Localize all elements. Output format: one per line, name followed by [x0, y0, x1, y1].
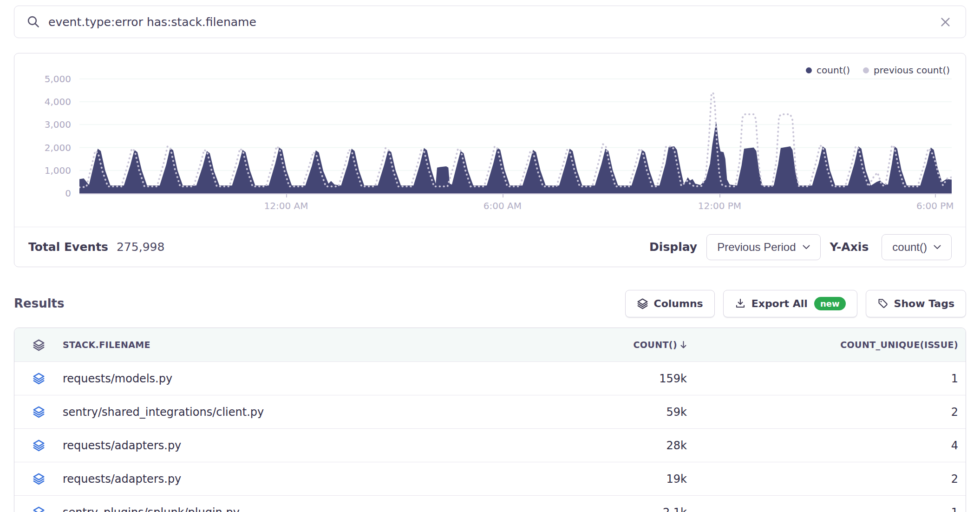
cell-stack-filename[interactable]: requests/models.py — [63, 372, 534, 385]
chart-controls: Display Previous Period Y-Axis count() — [649, 234, 952, 260]
display-dropdown[interactable]: Previous Period — [706, 234, 820, 260]
events-area-chart — [79, 72, 952, 193]
column-header-count-unique-issue[interactable]: COUNT_UNIQUE(ISSUE) — [687, 340, 966, 350]
y-axis-tick-label: 2,000 — [14, 142, 71, 154]
chart-footer: Total Events 275,998 Display Previous Pe… — [14, 227, 966, 267]
cell-stack-filename[interactable]: requests/adapters.py — [63, 473, 534, 486]
total-events: Total Events 275,998 — [28, 240, 164, 254]
new-badge: new — [814, 297, 846, 310]
row-icon-cell — [14, 439, 63, 452]
x-axis-tick-label: 6:00 AM — [483, 200, 522, 211]
cell-count-unique: 2 — [687, 473, 966, 486]
cell-count: 159k — [534, 372, 687, 385]
table-row[interactable]: sentry_plugins/splunk/plugin.py 2.1k 1 — [14, 495, 966, 512]
x-axis-tick-label: 12:00 AM — [264, 200, 308, 211]
x-axis-tick — [935, 194, 936, 197]
table-row[interactable]: requests/adapters.py 19k 2 — [14, 462, 966, 495]
discover-page: count() previous count() 01,0002,0003,00… — [0, 0, 980, 512]
search-input[interactable] — [48, 15, 937, 29]
yaxis-label: Y-Axis — [830, 240, 869, 254]
cell-count: 59k — [534, 406, 687, 419]
x-axis-tick-label: 12:00 PM — [698, 200, 741, 211]
chevron-down-icon — [803, 245, 810, 249]
layers-icon-blue — [33, 439, 45, 452]
y-axis-tick-label: 0 — [14, 187, 71, 199]
layers-icon-blue — [33, 506, 45, 512]
legend-dot-count — [806, 67, 812, 73]
row-icon-cell — [14, 473, 63, 485]
results-header-row: Results Columns Export All new — [14, 289, 966, 317]
cell-count-unique: 1 — [687, 372, 966, 385]
total-events-value: 275,998 — [117, 240, 164, 254]
column-header-stack-filename[interactable]: STACK.FILENAME — [63, 340, 534, 350]
y-axis-tick-label: 4,000 — [14, 96, 71, 108]
y-axis-tick-label: 3,000 — [14, 118, 71, 131]
cell-stack-filename[interactable]: requests/adapters.py — [63, 439, 534, 452]
y-axis-labels: 01,0002,0003,0004,0005,000 — [14, 72, 71, 193]
layers-icon-blue — [33, 473, 45, 485]
column-header-count[interactable]: COUNT() — [534, 340, 687, 350]
yaxis-dropdown[interactable]: count() — [882, 234, 952, 260]
close-icon — [939, 16, 952, 28]
search-clear-button[interactable] — [937, 14, 954, 30]
cell-count-unique: 1 — [687, 506, 966, 512]
export-all-button[interactable]: Export All new — [723, 290, 857, 317]
y-axis-tick-label: 1,000 — [14, 164, 71, 177]
tag-icon — [877, 298, 889, 309]
table-row[interactable]: sentry/shared_integrations/client.py 59k… — [14, 395, 966, 428]
table-row[interactable]: requests/adapters.py 28k 4 — [14, 428, 966, 462]
x-axis-tick — [503, 194, 503, 197]
display-dropdown-value: Previous Period — [717, 241, 796, 254]
search-icon — [26, 15, 40, 29]
events-chart-panel: count() previous count() 01,0002,0003,00… — [14, 53, 966, 267]
display-label: Display — [649, 240, 697, 254]
legend-item-previous-count[interactable]: previous count() — [863, 65, 950, 76]
yaxis-dropdown-value: count() — [892, 241, 927, 254]
download-icon — [735, 298, 746, 309]
results-heading: Results — [14, 296, 64, 310]
cell-count-unique: 4 — [687, 439, 966, 452]
x-axis-tick — [286, 194, 287, 197]
columns-button-label: Columns — [654, 298, 703, 309]
search-bar[interactable] — [14, 6, 966, 38]
chevron-down-icon — [934, 245, 941, 249]
show-tags-button[interactable]: Show Tags — [866, 290, 966, 317]
layers-icon — [33, 339, 45, 351]
results-table: STACK.FILENAME COUNT() COUNT_UNIQUE(ISSU… — [14, 328, 966, 512]
cell-stack-filename[interactable]: sentry/shared_integrations/client.py — [63, 406, 534, 419]
row-icon-cell — [14, 406, 63, 418]
layers-icon — [637, 298, 648, 309]
cell-count: 28k — [534, 439, 687, 452]
header-icon-cell — [14, 339, 63, 351]
chart-legend: count() previous count() — [806, 65, 950, 76]
layers-icon-blue — [33, 406, 45, 418]
legend-label-previous-count: previous count() — [874, 65, 950, 76]
row-icon-cell — [14, 506, 63, 512]
x-axis-tick-label: 6:00 PM — [916, 200, 954, 211]
layers-icon-blue — [33, 372, 45, 385]
export-all-button-label: Export All — [751, 298, 808, 309]
x-axis-tick — [719, 194, 720, 197]
chart-plot-area[interactable] — [79, 72, 952, 193]
row-icon-cell — [14, 372, 63, 385]
columns-button[interactable]: Columns — [625, 290, 715, 317]
table-body: requests/models.py 159k 1 sentry/shared_… — [14, 361, 966, 512]
cell-count: 19k — [534, 473, 687, 486]
table-row[interactable]: requests/models.py 159k 1 — [14, 361, 966, 395]
results-actions: Columns Export All new Show Tags — [625, 290, 967, 317]
table-header: STACK.FILENAME COUNT() COUNT_UNIQUE(ISSU… — [14, 328, 966, 361]
legend-item-count[interactable]: count() — [806, 65, 850, 76]
legend-dot-previous-count — [863, 67, 869, 73]
cell-stack-filename[interactable]: sentry_plugins/splunk/plugin.py — [63, 506, 534, 512]
legend-label-count: count() — [817, 65, 850, 76]
total-events-label: Total Events — [28, 240, 108, 254]
sort-desc-icon — [680, 341, 687, 349]
cell-count-unique: 2 — [687, 406, 966, 419]
x-axis-labels: 12:00 AM6:00 AM12:00 PM6:00 PM — [79, 194, 952, 218]
cell-count: 2.1k — [534, 506, 687, 512]
show-tags-button-label: Show Tags — [894, 298, 954, 309]
y-axis-tick-label: 5,000 — [14, 73, 71, 85]
